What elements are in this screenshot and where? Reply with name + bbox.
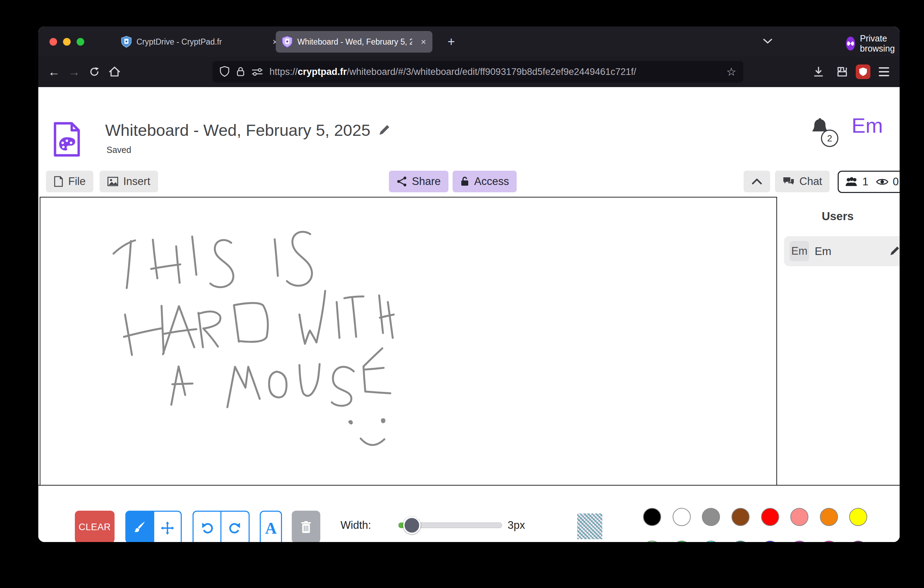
tab-bar: CryptDrive - CryptPad.fr × Whiteboard - … <box>38 26 899 56</box>
color-swatch-light-green[interactable] <box>643 541 661 542</box>
forward-button[interactable]: → <box>64 62 84 82</box>
close-window-button[interactable] <box>50 38 57 46</box>
tab-close-icon[interactable]: × <box>421 36 426 47</box>
permissions-icon[interactable] <box>251 67 263 76</box>
users-icon <box>845 177 858 187</box>
image-icon <box>107 177 118 187</box>
extensions-puzzle-icon[interactable] <box>832 62 852 82</box>
home-button[interactable] <box>104 62 125 82</box>
insert-menu-button[interactable]: Insert <box>99 171 158 192</box>
brush-tool-button[interactable] <box>125 511 153 542</box>
back-button[interactable]: ← <box>44 62 64 82</box>
color-swatch-black[interactable] <box>643 508 661 526</box>
bookmark-star-icon[interactable]: ☆ <box>726 65 736 78</box>
undo-icon <box>200 521 214 535</box>
trash-icon <box>300 520 312 533</box>
move-tool-button[interactable] <box>153 511 182 542</box>
color-swatch-purple[interactable] <box>849 541 867 542</box>
user-name: Em <box>815 245 884 258</box>
new-tab-button[interactable]: + <box>442 33 460 51</box>
clear-button[interactable]: CLEAR <box>75 511 115 542</box>
file-menu-button[interactable]: File <box>46 171 93 192</box>
private-browsing-indicator: Private browsing <box>846 33 899 54</box>
reload-button[interactable] <box>84 62 104 82</box>
tracking-shield-icon[interactable] <box>219 66 230 78</box>
ublock-extension-icon[interactable] <box>856 64 870 79</box>
share-icon <box>396 176 407 187</box>
color-swatch-cyan[interactable] <box>702 541 720 542</box>
color-swatch-green[interactable] <box>673 541 691 542</box>
color-swatch-blue[interactable] <box>761 541 779 542</box>
private-browsing-label: Private browsing <box>860 33 899 54</box>
color-swatch-yellow[interactable] <box>849 508 867 526</box>
url-text[interactable]: https://cryptpad.fr/whiteboard/#/3/white… <box>269 66 720 77</box>
color-palette <box>643 508 869 542</box>
app-content: Whiteboard - Wed, February 5, 2025 Saved… <box>38 87 899 542</box>
window-controls <box>50 38 84 46</box>
shield-blue-icon <box>121 36 132 48</box>
user-list-item: Em Em <box>784 236 899 266</box>
shield-purple-icon <box>282 36 292 48</box>
menu-hamburger-icon[interactable] <box>874 62 894 82</box>
delete-button[interactable] <box>292 511 320 542</box>
users-panel-title: Users <box>776 210 899 223</box>
brush-icon <box>132 520 146 534</box>
screen: CryptDrive - CryptPad.fr × Whiteboard - … <box>0 0 924 588</box>
user-avatar: Em <box>790 241 809 261</box>
share-button[interactable]: Share <box>389 171 449 192</box>
chat-icon <box>783 176 794 187</box>
edit-user-pencil-icon[interactable] <box>889 246 899 256</box>
color-swatch-salmon[interactable] <box>790 508 808 526</box>
undo-button[interactable] <box>193 511 222 542</box>
url-bar[interactable]: https://cryptpad.fr/whiteboard/#/3/white… <box>212 61 743 83</box>
notification-count-badge: 2 <box>821 130 838 147</box>
edit-title-pencil-icon[interactable] <box>378 124 390 136</box>
width-control: Width: 3px <box>340 519 546 532</box>
lock-icon <box>460 176 469 187</box>
chat-button[interactable]: Chat <box>775 171 830 192</box>
width-slider-thumb[interactable] <box>403 517 421 534</box>
account-avatar[interactable]: Em <box>851 114 883 137</box>
redo-button[interactable] <box>220 511 250 542</box>
eye-icon <box>876 177 888 187</box>
color-swatch-gray[interactable] <box>702 508 720 526</box>
text-tool-button[interactable]: A <box>260 511 282 542</box>
save-status: Saved <box>107 145 131 155</box>
color-swatch-teal[interactable] <box>731 541 749 542</box>
width-value: 3px <box>508 519 546 532</box>
editors-count: 1 <box>862 175 868 188</box>
minimize-window-button[interactable] <box>63 38 71 46</box>
drawing-controls: CLEAR <box>38 486 899 542</box>
tab-title: CryptDrive - CryptPad.fr <box>137 37 222 47</box>
downloads-icon[interactable] <box>808 62 828 82</box>
app-toolbar: File Insert Share <box>38 171 899 193</box>
lock-icon[interactable] <box>236 66 245 77</box>
access-button[interactable]: Access <box>453 171 516 192</box>
list-tabs-chevron-icon[interactable] <box>762 37 774 45</box>
whiteboard-canvas[interactable] <box>40 197 777 486</box>
tab-title: Whiteboard - Wed, February 5, 2 <box>297 37 412 47</box>
color-swatch-pink[interactable] <box>820 541 838 542</box>
tab-cryptdrive[interactable]: CryptDrive - CryptPad.fr × <box>115 31 284 53</box>
zoom-window-button[interactable] <box>77 38 84 46</box>
move-icon <box>160 521 175 535</box>
tab-whiteboard-active[interactable]: Whiteboard - Wed, February 5, 2 × <box>276 31 432 53</box>
width-slider[interactable] <box>398 522 502 528</box>
notifications-bell[interactable]: 2 <box>810 118 830 138</box>
browser-window: CryptDrive - CryptPad.fr × Whiteboard - … <box>38 26 899 542</box>
collapse-toolbar-button[interactable] <box>744 171 770 192</box>
width-label: Width: <box>340 519 389 532</box>
whiteboard-document-icon <box>52 122 81 157</box>
viewers-count: 0 <box>893 175 899 188</box>
presence-counts[interactable]: 1 0 <box>838 171 899 193</box>
color-swatch-magenta[interactable] <box>790 541 808 542</box>
navigation-bar: ← → https://cryptpad.fr/whiteboard/#/3/w… <box>38 56 899 87</box>
file-icon <box>54 176 63 187</box>
page-title: Whiteboard - Wed, February 5, 2025 <box>105 121 370 140</box>
color-swatch-red[interactable] <box>761 508 779 526</box>
redo-icon <box>228 521 242 535</box>
color-swatch-brown[interactable] <box>731 508 749 526</box>
chevron-up-icon <box>751 178 762 185</box>
color-swatch-white[interactable] <box>673 508 691 526</box>
color-swatch-orange[interactable] <box>820 508 838 526</box>
